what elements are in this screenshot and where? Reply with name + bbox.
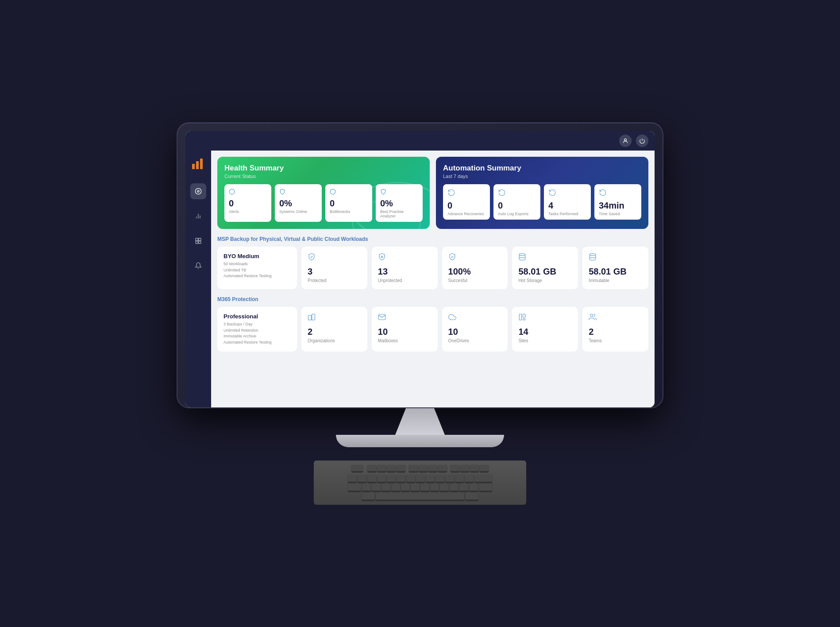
automation-summary-card: Automation Summary Last 7 days <box>436 157 648 229</box>
protected-label: Protected <box>308 278 361 283</box>
onedrives-icon <box>448 313 502 323</box>
m365-plan-card: Professional 3 Backups / Day Unlimited R… <box>217 307 297 352</box>
auto-stat-recoveries[interactable]: 0 Advance Recoveries <box>443 184 490 220</box>
teams-value: 2 <box>589 326 642 337</box>
sites-label: Sites <box>518 338 572 343</box>
m365-plan-details: 3 Backups / Day Unlimited Retention Immu… <box>223 321 291 345</box>
sidebar-logo <box>190 155 206 171</box>
sidebar-item-analytics[interactable] <box>190 208 206 224</box>
svg-point-14 <box>330 189 335 194</box>
automation-stats-grid: 0 Advance Recoveries <box>443 184 641 220</box>
alerts-value: 0 <box>229 198 267 209</box>
protected-value: 3 <box>308 266 361 277</box>
bottlenecks-value: 0 <box>330 198 368 209</box>
svg-point-0 <box>624 139 627 141</box>
bottlenecks-icon <box>330 189 368 196</box>
m365-metric-teams[interactable]: 2 Teams <box>582 307 648 352</box>
systems-icon <box>279 189 317 196</box>
sidebar-item-dashboard[interactable] <box>190 183 206 199</box>
monitor-stand-neck <box>385 408 455 435</box>
log-exports-value: 0 <box>498 200 536 211</box>
automation-title: Automation Summary <box>443 164 641 173</box>
health-stat-bpa[interactable]: 0% Best Practise Analyzer <box>376 184 423 222</box>
teams-label: Teams <box>589 338 642 343</box>
m365-metric-mailboxes[interactable]: 10 Mailboxes <box>372 307 438 352</box>
tasks-label: Tasks Performed <box>548 212 586 216</box>
m365-metric-organizations[interactable]: 2 Organizations <box>301 307 367 352</box>
msp-metric-protected[interactable]: 3 Protected <box>301 247 367 289</box>
m365-metric-sites[interactable]: 14 Sites <box>512 307 578 352</box>
msp-metric-immutable[interactable]: 58.01 GB Immutable <box>582 247 648 289</box>
user-icon[interactable] <box>619 135 632 147</box>
svg-rect-12 <box>199 241 201 244</box>
svg-rect-2 <box>196 161 199 169</box>
top-bar <box>185 131 655 151</box>
m365-section-title: M365 Protection <box>217 296 648 302</box>
svg-rect-10 <box>199 238 201 240</box>
successful-value: 100% <box>448 266 502 277</box>
immutable-value: 58.01 GB <box>589 266 642 277</box>
unprotected-value: 13 <box>378 266 432 277</box>
svg-point-13 <box>229 189 235 194</box>
msp-section: MSP Backup for Physical, Virtual & Publi… <box>217 236 648 289</box>
m365-plan-title: Professional <box>223 313 291 320</box>
organizations-icon <box>308 313 361 323</box>
hot-storage-value: 58.01 GB <box>518 266 572 277</box>
m365-metrics-grid: Professional 3 Backups / Day Unlimited R… <box>217 307 648 352</box>
mailboxes-label: Mailboxes <box>378 338 432 343</box>
onedrives-label: OneDrives <box>448 338 502 343</box>
sidebar-item-storage[interactable] <box>190 233 206 249</box>
systems-value: 0% <box>279 198 317 209</box>
organizations-label: Organizations <box>308 338 361 343</box>
health-title: Health Summary <box>224 164 423 173</box>
bpa-icon <box>380 189 418 196</box>
power-icon[interactable] <box>636 135 648 147</box>
log-exports-icon <box>498 189 536 198</box>
health-stat-alerts[interactable]: 0 Alerts <box>224 184 271 222</box>
recoveries-icon <box>447 189 486 198</box>
sidebar-item-alerts[interactable] <box>190 258 206 274</box>
immutable-icon <box>589 253 642 263</box>
msp-metric-hot-storage[interactable]: 58.01 GB Hot Storage <box>512 247 578 289</box>
tasks-value: 4 <box>548 200 586 211</box>
msp-plan-card: BYO Medium 50 Workloads Unlimited TB Aut… <box>217 247 297 289</box>
systems-label: Systems Online <box>279 209 317 214</box>
m365-metric-onedrives[interactable]: 10 OneDrives <box>442 307 508 352</box>
keyboard <box>314 461 526 505</box>
health-stat-systems[interactable]: 0% Systems Online <box>275 184 322 222</box>
sites-icon <box>518 313 572 323</box>
svg-rect-23 <box>523 319 525 320</box>
bpa-value: 0% <box>380 198 418 209</box>
log-exports-label: Auto Log Exports <box>498 212 536 216</box>
svg-rect-19 <box>308 315 312 320</box>
alerts-icon <box>229 189 267 196</box>
svg-rect-21 <box>520 314 522 320</box>
auto-stat-log-exports[interactable]: 0 Auto Log Exports <box>493 184 540 220</box>
teams-icon <box>589 313 642 323</box>
successful-label: Succesful <box>448 278 502 283</box>
svg-point-24 <box>590 314 593 317</box>
sidebar <box>185 151 211 407</box>
msp-plan-details: 50 Workloads Unlimited TB Automated Rest… <box>223 261 291 279</box>
mailboxes-icon <box>378 313 432 323</box>
time-label: Time Saved <box>599 212 637 216</box>
health-stat-bottlenecks[interactable]: 0 Bottlenecks <box>325 184 372 222</box>
automation-subtitle: Last 7 days <box>443 174 641 179</box>
msp-plan-title: BYO Medium <box>223 253 291 259</box>
sites-value: 14 <box>518 326 572 337</box>
protected-icon <box>308 253 361 263</box>
svg-point-17 <box>520 254 526 256</box>
hot-storage-icon <box>518 253 572 263</box>
health-subtitle: Current Status <box>224 174 423 179</box>
auto-stat-time[interactable]: 34min Time Saved <box>594 184 641 220</box>
auto-stat-tasks[interactable]: 4 Tasks Performed <box>544 184 591 220</box>
onedrives-value: 10 <box>448 326 502 337</box>
unprotected-label: Unprotected <box>378 278 432 283</box>
msp-metric-unprotected[interactable]: 13 Unprotected <box>372 247 438 289</box>
time-icon <box>599 189 637 198</box>
main-content: Health Summary Current Status 0 <box>211 151 655 407</box>
svg-rect-3 <box>200 159 203 169</box>
msp-metric-successful[interactable]: 100% Succesful <box>442 247 508 289</box>
alerts-label: Alerts <box>229 209 267 214</box>
svg-rect-11 <box>196 241 198 244</box>
